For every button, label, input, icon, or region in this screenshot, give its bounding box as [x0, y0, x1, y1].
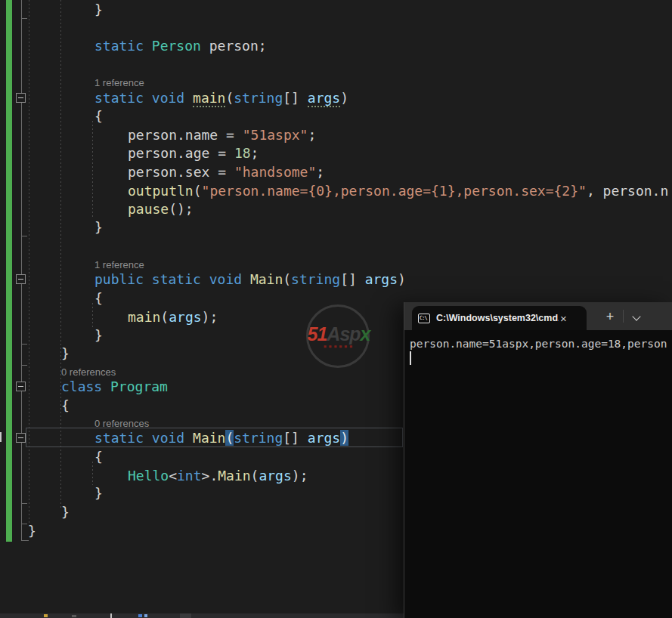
cmd-icon: C:\ [418, 314, 430, 323]
indent-guide [92, 303, 93, 327]
terminal-content[interactable]: person.name=51aspx,person.age=18,person [404, 330, 672, 618]
panel-icon-fragment-yellow [44, 614, 48, 617]
code-line[interactable]: static void main(string[] args) [94, 88, 348, 107]
code-token: int [177, 468, 202, 484]
code-line[interactable]: { [94, 107, 103, 125]
code-line[interactable]: } [61, 502, 70, 521]
code-token: "51aspx" [243, 127, 308, 143]
code-token: class [61, 379, 110, 394]
code-line[interactable]: person.age = 18; [128, 144, 259, 162]
code-line[interactable]: } [28, 521, 36, 540]
code-line[interactable]: { [61, 396, 70, 415]
code-line[interactable]: pause(); [128, 199, 194, 218]
code-line[interactable]: Hello<int>.Main(args); [128, 466, 308, 485]
code-token: person.sex = [128, 164, 234, 180]
code-line[interactable]: } [94, 0, 103, 19]
code-token: args [308, 430, 340, 446]
panel-icon-fragment-bar [110, 613, 112, 618]
fold-region-line [21, 0, 22, 540]
code-line[interactable]: } [94, 218, 103, 236]
terminal-output-line: person.name=51aspx,person.age=18,person [410, 337, 672, 351]
panel-icon-fragment-blue [138, 614, 142, 617]
code-token: void [209, 271, 250, 287]
51aspx-watermark-logo: 51Aspx ▪▪▪▪▪▪ [301, 301, 376, 376]
code-token: [] [283, 430, 308, 446]
code-token: static [94, 38, 152, 54]
code-line[interactable]: static void Main(string[] args) [94, 428, 348, 447]
codelens-reference-label[interactable]: 1 reference [94, 76, 144, 89]
chevron-down-icon[interactable] [627, 307, 647, 326]
code-line[interactable]: } [61, 344, 70, 363]
code-token: ( [251, 468, 259, 484]
indent-guide [29, 0, 29, 527]
code-token: } [61, 504, 70, 520]
code-token: args [308, 90, 340, 107]
logo-aspx: Aspx [327, 323, 370, 345]
code-token: Program [110, 379, 168, 394]
code-token: } [28, 523, 36, 539]
code-token: main [193, 90, 225, 107]
code-token: } [61, 345, 70, 361]
terminal-tab-title: C:\Windows\system32\cmd.exe [436, 313, 559, 323]
code-token: ; [308, 127, 316, 143]
panel-icon-fragment-gray [72, 615, 76, 617]
code-token: ); [202, 309, 218, 325]
tab-close-icon[interactable]: × [560, 313, 567, 324]
code-token: person.age = [128, 145, 234, 161]
code-line[interactable]: { [94, 289, 103, 307]
code-token: static [94, 430, 152, 446]
panel-tab-fragment [180, 613, 191, 618]
code-token: [] [340, 271, 365, 287]
titlebar-divider [623, 310, 624, 323]
code-token: Person [152, 38, 201, 54]
code-token: { [61, 397, 70, 413]
code-token: { [94, 290, 103, 306]
code-line[interactable]: main(args); [128, 307, 218, 326]
terminal-window: C:\ C:\Windows\system32\cmd.exe × + pers… [404, 302, 672, 618]
code-token: args [169, 309, 201, 325]
new-tab-button[interactable]: + [599, 307, 621, 326]
fold-end-tick [22, 503, 27, 504]
logo-tagline: ▪▪▪▪▪▪ [301, 343, 376, 350]
code-token: person.name = [128, 127, 243, 143]
indent-guide [92, 121, 93, 219]
code-token: void [152, 90, 193, 106]
code-token: public [94, 271, 152, 287]
code-token: ; [251, 145, 259, 161]
code-token: ) [398, 271, 406, 287]
code-token: ) [340, 90, 348, 106]
code-token: void [152, 430, 193, 446]
logo-text: 51Aspx [301, 323, 376, 345]
code-token: args [259, 468, 291, 484]
fold-end-tick [22, 344, 27, 345]
fold-collapse-toggle[interactable] [16, 433, 26, 443]
code-token: main [128, 309, 160, 325]
code-line[interactable]: person.name = "51aspx"; [128, 125, 316, 144]
code-token: } [94, 485, 103, 501]
code-line[interactable]: outputln("person.name={0},person.age={1}… [128, 181, 668, 200]
code-token: { [94, 449, 103, 465]
fold-region-end [21, 540, 29, 541]
code-token: ); [292, 468, 308, 484]
fold-collapse-toggle[interactable] [16, 382, 26, 391]
code-line[interactable]: } [94, 484, 103, 502]
code-token: [] [283, 90, 308, 106]
code-line[interactable]: class Program [61, 377, 168, 396]
code-token: outputln [128, 183, 194, 199]
code-token: "handsome" [234, 164, 316, 180]
code-line[interactable]: { [94, 447, 103, 466]
fold-collapse-toggle[interactable] [16, 274, 26, 284]
code-token: { [94, 108, 103, 124]
terminal-titlebar[interactable]: C:\ C:\Windows\system32\cmd.exe × + [404, 302, 672, 330]
code-token: 18 [234, 145, 251, 161]
code-token: pause [128, 201, 169, 217]
terminal-tab[interactable]: C:\ C:\Windows\system32\cmd.exe × [412, 306, 587, 330]
code-line[interactable]: } [94, 326, 103, 345]
bottom-panel-sliver [0, 613, 404, 618]
code-line[interactable]: person.sex = "handsome"; [128, 162, 324, 181]
code-line[interactable]: static Person person; [94, 36, 267, 55]
code-token: args [365, 271, 398, 287]
fold-collapse-toggle[interactable] [16, 93, 26, 103]
code-line[interactable]: public static void Main(string[] args) [94, 270, 406, 289]
code-token: string [234, 430, 283, 446]
